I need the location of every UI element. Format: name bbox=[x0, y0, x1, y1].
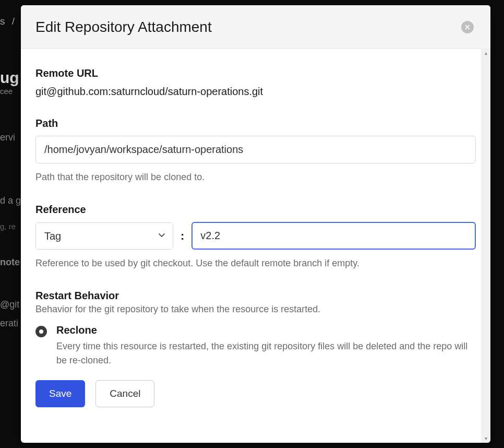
modal-body: Remote URL git@github.com:saturncloud/sa… bbox=[21, 49, 490, 443]
scrollbar[interactable]: ▴ ▾ bbox=[481, 48, 490, 443]
path-help: Path that the repository will be cloned … bbox=[35, 171, 476, 184]
scroll-up-icon[interactable]: ▴ bbox=[481, 48, 490, 57]
remote-url-label: Remote URL bbox=[35, 67, 476, 79]
scroll-down-icon[interactable]: ▾ bbox=[481, 433, 490, 443]
restart-behavior-label: Restart Behavior bbox=[35, 290, 476, 302]
close-icon: ✕ bbox=[464, 23, 471, 31]
save-button[interactable]: Save bbox=[35, 380, 85, 407]
reference-separator: : bbox=[181, 229, 184, 243]
path-label: Path bbox=[35, 117, 476, 129]
restart-behavior-desc: Behavior for the git repository to take … bbox=[35, 304, 476, 315]
modal-title: Edit Repository Attachment bbox=[35, 19, 212, 36]
modal-header: Edit Repository Attachment ✕ bbox=[21, 5, 490, 49]
path-group: Path Path that the repository will be cl… bbox=[35, 117, 476, 184]
reference-value-input[interactable] bbox=[191, 222, 476, 250]
reference-group: Reference Tag : Reference to be used by … bbox=[35, 204, 476, 270]
reclone-label: Reclone bbox=[56, 324, 476, 336]
remote-url-value: git@github.com:saturncloud/saturn-operat… bbox=[35, 86, 476, 98]
path-input[interactable] bbox=[35, 136, 476, 163]
reference-label: Reference bbox=[35, 204, 476, 216]
restart-behavior-group: Restart Behavior Behavior for the git re… bbox=[35, 290, 476, 368]
radio-icon bbox=[35, 326, 47, 337]
restart-option-reclone[interactable]: Reclone Every time this resource is rest… bbox=[35, 324, 476, 368]
reference-type-select[interactable]: Tag bbox=[35, 222, 173, 250]
reference-help: Reference to be used by git checkout. Us… bbox=[35, 257, 476, 270]
remote-url-group: Remote URL git@github.com:saturncloud/sa… bbox=[35, 67, 476, 98]
reclone-desc: Every time this resource is restarted, t… bbox=[56, 339, 476, 368]
button-row: Save Cancel bbox=[35, 380, 476, 407]
edit-repository-modal: Edit Repository Attachment ✕ Remote URL … bbox=[21, 5, 490, 443]
close-button[interactable]: ✕ bbox=[461, 21, 474, 33]
cancel-button[interactable]: Cancel bbox=[95, 380, 154, 407]
